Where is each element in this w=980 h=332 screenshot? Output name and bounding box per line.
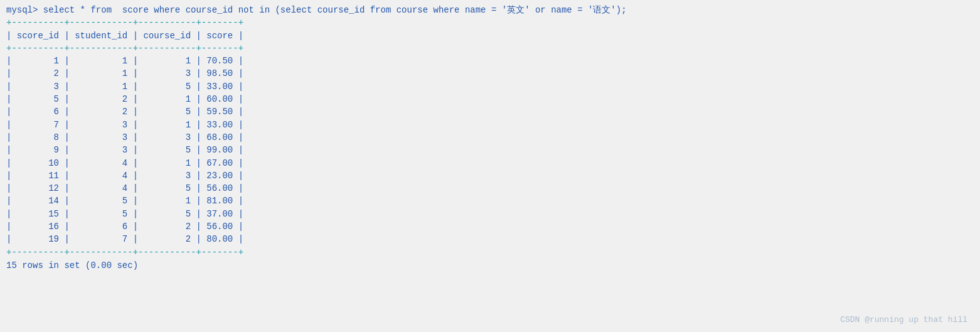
- header-line: | score_id | student_id | course_id | sc…: [6, 29, 974, 42]
- table-row: | 11 | 4 | 3 | 23.00 |: [6, 169, 974, 182]
- table-row: | 16 | 6 | 2 | 56.00 |: [6, 220, 974, 233]
- separator-top: +----------+------------+-----------+---…: [6, 16, 974, 29]
- table-row: | 2 | 1 | 3 | 98.50 |: [6, 67, 974, 80]
- footer-text: 15 rows in set (0.00 sec): [6, 259, 974, 272]
- table-row: | 10 | 4 | 1 | 67.00 |: [6, 157, 974, 169]
- table-row: | 9 | 3 | 5 | 99.00 |: [6, 144, 974, 156]
- table-row: | 14 | 5 | 1 | 81.00 |: [6, 195, 974, 207]
- table-row: | 8 | 3 | 3 | 68.00 |: [6, 131, 974, 144]
- terminal-container: mysql> select * from score where course_…: [6, 4, 974, 272]
- watermark: CSDN @running up that hill: [840, 315, 967, 324]
- separator-bottom: +----------+------------+-----------+---…: [6, 246, 974, 259]
- prompt-line: mysql> select * from score where course_…: [6, 4, 974, 16]
- table-row: | 5 | 2 | 1 | 60.00 |: [6, 93, 974, 105]
- table-row: | 6 | 2 | 5 | 59.50 |: [6, 105, 974, 118]
- table-row: | 7 | 3 | 1 | 33.00 |: [6, 119, 974, 131]
- table-row: | 12 | 4 | 5 | 56.00 |: [6, 182, 974, 195]
- table-body: | 1 | 1 | 1 | 70.50 || 2 | 1 | 3 | 98.50…: [6, 55, 974, 245]
- table-row: | 3 | 1 | 5 | 33.00 |: [6, 80, 974, 93]
- separator-mid: +----------+------------+-----------+---…: [6, 42, 974, 55]
- table-row: | 1 | 1 | 1 | 70.50 |: [6, 55, 974, 67]
- table-row: | 15 | 5 | 5 | 37.00 |: [6, 208, 974, 220]
- table-row: | 19 | 7 | 2 | 80.00 |: [6, 233, 974, 245]
